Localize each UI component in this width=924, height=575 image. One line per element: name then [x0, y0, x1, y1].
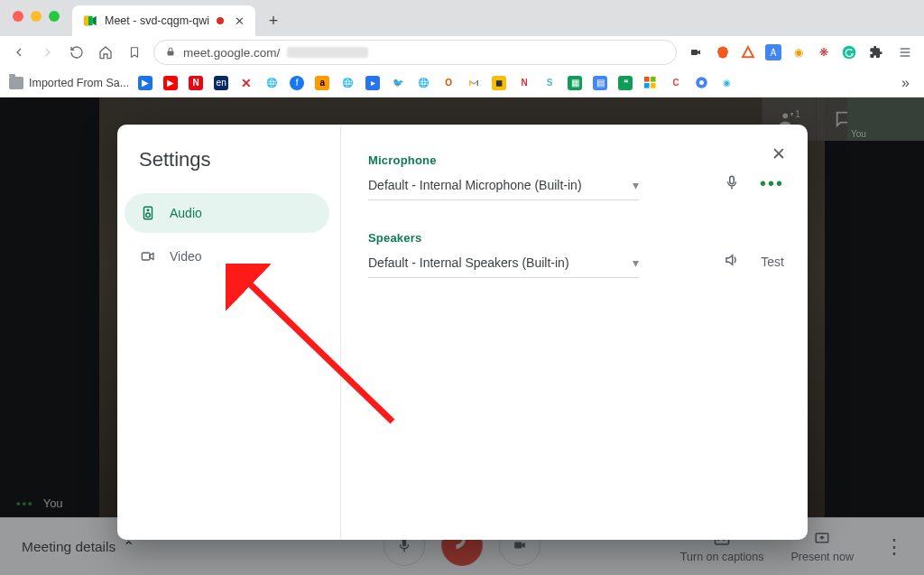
bm-icon-google[interactable]: [694, 76, 708, 90]
orange-ext-icon[interactable]: ◉: [790, 44, 807, 60]
svg-point-25: [147, 209, 149, 211]
mic-level-dots-icon: •••: [760, 173, 784, 194]
bookmark-icons-row: ▶ ▶ N en ✕ 🌐 f a 🌐 ▸ 🐦 🌐 O ◼ N S ▦ ▤ ❝ C…: [138, 76, 892, 90]
extensions-puzzle-icon[interactable]: [866, 42, 886, 62]
svg-rect-10: [644, 83, 650, 88]
bm-icon-teal[interactable]: ◉: [719, 76, 734, 90]
meet-favicon-icon: [83, 14, 97, 28]
settings-tab-audio-label: Audio: [170, 206, 202, 220]
bm-icon-amazon[interactable]: a: [315, 76, 329, 90]
browser-tab-active[interactable]: Meet - svd-cqgm-qwi ✕: [72, 5, 255, 36]
url-obscured: [287, 47, 368, 58]
bm-icon-gmail[interactable]: [467, 76, 481, 90]
tab-strip: Meet - svd-cqgm-qwi ✕ +: [72, 0, 286, 36]
reload-button[interactable]: [67, 42, 87, 62]
settings-dialog: Settings Audio Video ✕ Microphone Defaul…: [117, 125, 808, 540]
mic-test-icon[interactable]: [724, 173, 740, 195]
meet-app: 1 You ••• You Meeting details ⌃: [0, 97, 924, 575]
brave-ext-icon[interactable]: [715, 44, 731, 60]
dialog-close-button[interactable]: ✕: [766, 141, 791, 166]
traffic-zoom[interactable]: [49, 11, 60, 22]
bm-icon-youtube[interactable]: ▶: [163, 76, 178, 90]
bm-icon-docs[interactable]: ▤: [593, 76, 607, 90]
camera-indicator-icon[interactable]: [686, 42, 706, 62]
svg-rect-8: [644, 77, 650, 82]
bm-icon-x[interactable]: ✕: [239, 76, 254, 90]
bm-icon-netflix[interactable]: N: [189, 76, 203, 90]
grammarly-ext-icon[interactable]: [841, 44, 857, 60]
bm-icon-blue[interactable]: en: [214, 76, 228, 90]
traffic-lights: [13, 11, 60, 22]
svg-rect-1: [84, 16, 88, 26]
speaker-icon: [139, 204, 157, 222]
svg-rect-26: [142, 253, 150, 260]
window-titlebar: Meet - svd-cqgm-qwi ✕ +: [0, 0, 924, 36]
extension-icons: Ａ ◉ ❋: [686, 42, 915, 62]
bm-icon-hangouts[interactable]: ❝: [618, 76, 633, 90]
bm-icon-s[interactable]: S: [542, 76, 557, 90]
speakers-section-label: Speakers: [368, 231, 784, 245]
svg-rect-3: [691, 50, 698, 55]
recording-indicator-icon: [217, 17, 224, 24]
microphone-selected-value: Default - Internal Microphone (Built-in): [368, 178, 582, 192]
traffic-close[interactable]: [13, 11, 23, 22]
settings-content: ✕ Microphone Default - Internal Micropho…: [341, 125, 808, 540]
https-lock-icon: [165, 45, 176, 60]
bm-icon-c[interactable]: C: [669, 76, 683, 90]
address-bar[interactable]: meet.google.com/: [153, 40, 677, 65]
new-tab-button[interactable]: +: [261, 8, 286, 33]
traffic-minimize[interactable]: [31, 11, 42, 22]
bm-icon-sheets[interactable]: ▦: [568, 76, 582, 90]
chrome-menu-icon[interactable]: [895, 42, 915, 62]
bookmarks-overflow[interactable]: »: [901, 75, 915, 91]
svg-rect-9: [651, 77, 656, 82]
bookmark-folder-imported[interactable]: Imported From Sa...: [9, 77, 129, 89]
browser-toolbar: meet.google.com/ Ａ ◉ ❋: [0, 36, 924, 69]
tab-close-icon[interactable]: ✕: [235, 14, 245, 28]
svg-point-24: [146, 213, 151, 218]
svg-rect-11: [651, 83, 656, 88]
bookmarks-bar: Imported From Sa... ▶ ▶ N en ✕ 🌐 f a 🌐 ▸…: [0, 69, 924, 97]
speaker-test-button[interactable]: Test: [761, 255, 784, 269]
speaker-test-icon: [723, 252, 741, 272]
bm-icon-1[interactable]: ▶: [138, 76, 152, 90]
url-text: meet.google.com/: [183, 46, 280, 60]
forward-button[interactable]: [38, 42, 58, 62]
camera-icon: [139, 247, 157, 265]
settings-tab-video[interactable]: Video: [125, 236, 329, 276]
bm-icon-globe-3[interactable]: 🌐: [416, 76, 430, 90]
translate-ext-icon[interactable]: Ａ: [765, 44, 781, 60]
svg-point-13: [699, 80, 704, 85]
red-ext-icon[interactable]: ❋: [816, 44, 832, 60]
orange-triangle-ext-icon[interactable]: [740, 44, 756, 60]
settings-tab-audio[interactable]: Audio: [125, 193, 329, 233]
bookmark-button[interactable]: [125, 42, 144, 62]
folder-icon: [9, 77, 23, 89]
speakers-dropdown[interactable]: Default - Internal Speakers (Built-in) ▾: [368, 250, 639, 278]
svg-rect-2: [168, 51, 174, 55]
settings-nav: Settings Audio Video: [117, 125, 341, 540]
microphone-dropdown[interactable]: Default - Internal Microphone (Built-in)…: [368, 172, 639, 200]
tab-title: Meet - svd-cqgm-qwi: [105, 14, 209, 27]
bm-icon-twitter[interactable]: 🐦: [391, 76, 405, 90]
bm-icon-ms[interactable]: [643, 76, 658, 90]
microphone-section-label: Microphone: [368, 153, 784, 167]
back-button[interactable]: [9, 42, 29, 62]
bm-icon-o[interactable]: O: [441, 76, 456, 90]
bm-icon-n[interactable]: N: [517, 76, 531, 90]
chevron-down-icon: ▾: [633, 178, 639, 192]
home-button[interactable]: [96, 42, 116, 62]
chevron-down-icon: ▾: [633, 255, 639, 270]
bookmark-folder-label: Imported From Sa...: [29, 77, 129, 89]
bm-icon-keep[interactable]: ◼: [492, 76, 506, 90]
svg-rect-28: [730, 176, 735, 183]
settings-tab-video-label: Video: [170, 249, 202, 264]
bm-icon-facebook[interactable]: f: [290, 76, 304, 90]
bm-icon-globe-1[interactable]: 🌐: [264, 76, 279, 90]
settings-title: Settings: [117, 148, 340, 191]
speakers-selected-value: Default - Internal Speakers (Built-in): [368, 255, 569, 270]
bm-icon-flipkart[interactable]: ▸: [365, 76, 380, 90]
bm-icon-globe-2[interactable]: 🌐: [340, 76, 355, 90]
